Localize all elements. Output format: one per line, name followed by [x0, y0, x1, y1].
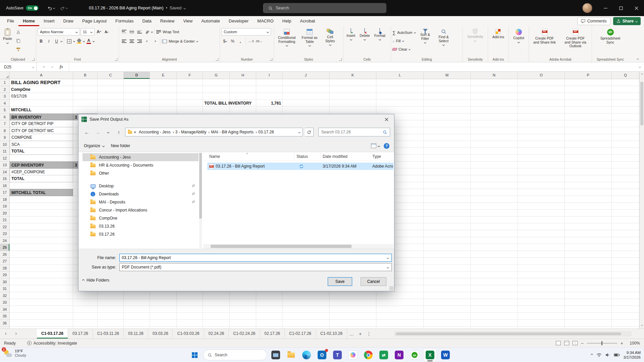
hide-folders-button[interactable]: Hide Folders	[83, 278, 109, 283]
orientation-button[interactable]: ab	[144, 28, 151, 36]
document-title[interactable]: 03.17.26 - 2026 Bill Aging Report (Main)…	[89, 6, 185, 10]
tree-item-accounting-jess[interactable]: Accounting - Jess	[83, 153, 199, 161]
conditional-formatting-button[interactable]: Conditional Formatting	[275, 28, 298, 56]
sheet-tab-c1-02-17-26[interactable]: C1-02.17.26	[285, 329, 316, 339]
file-name-dropdown-icon[interactable]	[384, 257, 391, 259]
autosum-button[interactable]: ∑AutoSum	[392, 29, 416, 36]
row-header-8[interactable]: 8	[0, 127, 10, 134]
file-list-scroll-thumb[interactable]	[211, 245, 352, 248]
grid-cell-a7[interactable]: CITY OF DETROIT PIP	[10, 120, 73, 127]
breadcrumb-prefix[interactable]: «	[134, 130, 136, 134]
column-header-f[interactable]: F	[177, 72, 203, 79]
row-header-24[interactable]: 24	[0, 237, 10, 244]
sheet-tab-03-11-26[interactable]: 03.11.26	[124, 329, 148, 339]
row-header-33[interactable]: 33	[0, 299, 10, 306]
row-header-29[interactable]: 29	[0, 272, 10, 279]
align-left-button[interactable]	[120, 38, 127, 45]
file-row-03-17-26-bill-aging-report[interactable]: 03.17.26 - Bill Aging Report3/17/2026 9:…	[207, 163, 393, 170]
grid-cell-a1[interactable]: BILL AGING REPORT	[10, 79, 73, 86]
tree-item-other[interactable]: Other	[83, 169, 199, 177]
sheet-options-button[interactable]: ⋮	[365, 331, 373, 337]
grid-cell-a17[interactable]: MITCHELL TOTAL	[10, 189, 73, 196]
dialog-close-button[interactable]	[379, 114, 394, 124]
row-header-30[interactable]: 30	[0, 279, 10, 286]
paste-button[interactable]: Paste	[1, 28, 14, 56]
grid-cell-a9[interactable]: COMPONE	[10, 134, 73, 141]
column-header-l[interactable]: L	[376, 72, 424, 79]
create-pdf-share-link-button[interactable]: Create PDF and Share link	[531, 28, 558, 56]
new-sheet-button[interactable]: +	[356, 331, 365, 337]
taskbar-excel-icon[interactable]: X	[423, 348, 437, 362]
taskbar-teams-icon[interactable]: T	[331, 348, 344, 362]
row-header-6[interactable]: 6	[0, 114, 10, 121]
row-header-35[interactable]: 35	[0, 313, 10, 320]
row-header-18[interactable]: 18	[0, 196, 10, 203]
row-header-7[interactable]: 7	[0, 120, 10, 127]
sheet-tab-c1-03-17-26[interactable]: C1-03.17.26	[37, 329, 68, 339]
maximize-button[interactable]	[613, 0, 629, 16]
zoom-slider[interactable]	[587, 343, 617, 344]
vertical-scrollbar[interactable]	[639, 72, 644, 328]
tree-scroll-thumb[interactable]	[199, 153, 202, 219]
cut-button[interactable]	[15, 28, 22, 36]
borders-button[interactable]	[66, 38, 73, 45]
fill-color-button[interactable]	[75, 37, 83, 45]
autosave-toggle[interactable]: AutoSave On	[6, 5, 39, 11]
taskbar-chrome-icon[interactable]	[362, 348, 375, 362]
row-header-28[interactable]: 28	[0, 265, 10, 272]
volume-icon[interactable]	[605, 353, 610, 357]
find-select-button[interactable]: Find & Select	[435, 28, 452, 56]
grid-cell-a14[interactable]: #CEP_COMPONE	[10, 169, 73, 176]
help-button[interactable]: ?	[384, 143, 389, 149]
zoom-level[interactable]: 100%	[627, 341, 640, 346]
more-sheets-button[interactable]: …	[347, 331, 356, 337]
grow-font-button[interactable]: A	[95, 28, 102, 36]
grid-cell-a3[interactable]: 03/17/26	[10, 93, 73, 100]
row-header-12[interactable]: 12	[0, 155, 10, 162]
column-header-e[interactable]: E	[150, 72, 177, 79]
tree-item-compone[interactable]: CompOne	[83, 214, 199, 222]
formula-input[interactable]	[69, 62, 644, 71]
format-painter-button[interactable]	[15, 46, 22, 53]
share-button[interactable]: Share	[613, 17, 641, 25]
breadcrumb-03-17-26[interactable]: 03.17.26	[257, 130, 275, 134]
weather-widget[interactable]: 1 19°FCloudy	[3, 349, 26, 358]
address-bar[interactable]: « Accounting - Jess3 - ManageAbilityMAI …	[125, 128, 303, 136]
battery-icon[interactable]	[614, 353, 620, 357]
sheet-tab-c1-03-11-26[interactable]: C1-03.11.26	[93, 329, 124, 339]
row-header-11[interactable]: 11	[0, 148, 10, 155]
select-all-corner[interactable]	[0, 72, 10, 79]
column-header-j[interactable]: J	[282, 72, 329, 79]
grid-cell-a10[interactable]: SCA	[10, 141, 73, 148]
taskbar-search[interactable]: Search	[203, 350, 267, 360]
row-header-14[interactable]: 14	[0, 169, 10, 176]
align-right-button[interactable]	[136, 38, 143, 45]
menu-tab-automate[interactable]: Automate	[197, 16, 224, 26]
cancel-entry-button[interactable]: ×	[43, 65, 45, 69]
sheet-tab-03-17-26[interactable]: 03.17.26	[68, 329, 93, 339]
search-box[interactable]: Search	[263, 3, 386, 13]
row-header-25[interactable]: 25	[0, 244, 10, 251]
sort-filter-button[interactable]: Sort & Filter	[417, 28, 434, 56]
recent-locations-button[interactable]	[104, 128, 113, 136]
merge-center-button[interactable]: Merge & Center	[162, 38, 198, 45]
row-header-9[interactable]: 9	[0, 134, 10, 141]
scroll-down-icon[interactable]	[641, 324, 643, 326]
delete-cells-button[interactable]: ×Delete	[358, 28, 371, 56]
user-avatar[interactable]	[582, 3, 592, 13]
organize-button[interactable]: Organize	[84, 143, 104, 148]
align-top-button[interactable]	[120, 28, 127, 36]
row-header-19[interactable]: 19	[0, 203, 10, 210]
cell-styles-button[interactable]: Cell Styles	[321, 28, 339, 56]
menu-tab-review[interactable]: Review	[156, 16, 179, 26]
zoom-out-button[interactable]: −	[581, 341, 584, 346]
column-header-d[interactable]: D	[124, 72, 150, 79]
menu-tab-home[interactable]: Home	[18, 16, 39, 26]
column-header-k[interactable]: K	[329, 72, 376, 79]
alignment-dialog-launcher[interactable]	[216, 58, 218, 61]
row-header-5[interactable]: 5	[0, 107, 10, 114]
grid-cell-g4[interactable]: TOTAL BILL INVENTORY	[203, 100, 256, 107]
menu-tab-view[interactable]: View	[179, 16, 197, 26]
grid-cell-a6[interactable]: BR INVENTORY	[10, 114, 73, 121]
sheet-tab-c1-02-24-26[interactable]: C1-02.24.26	[229, 329, 260, 339]
